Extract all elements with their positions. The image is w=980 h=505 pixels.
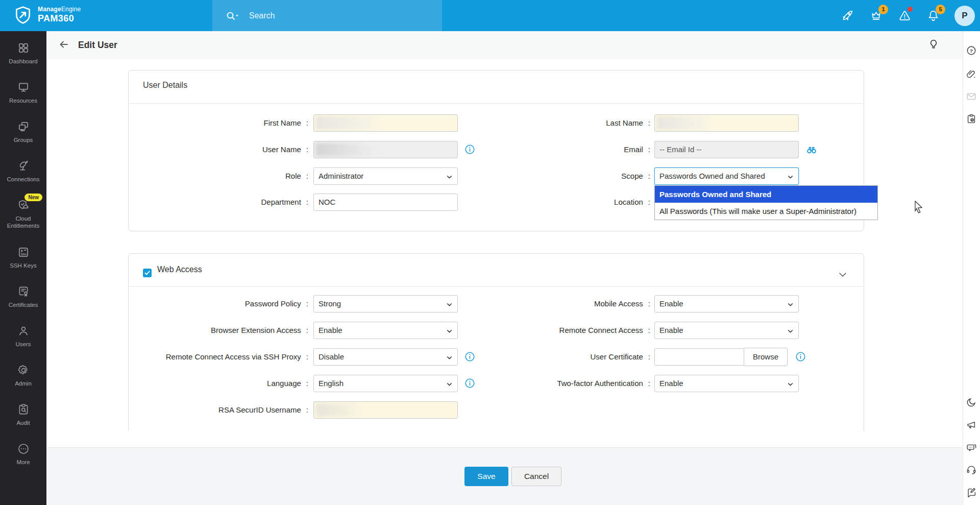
last-name-input[interactable] xyxy=(654,114,799,132)
sidebar-label: Certificates xyxy=(9,301,38,308)
user-certificate-label: User Certificate xyxy=(465,348,650,366)
notifications-badge: 5 xyxy=(936,5,945,14)
department-label: Department xyxy=(129,194,308,211)
chevron-down-icon xyxy=(787,328,794,334)
remote-connect-select[interactable]: Enable xyxy=(654,322,799,339)
binoculars-icon[interactable] xyxy=(805,143,818,156)
sidebar-item-certificates[interactable]: Certificates xyxy=(0,281,46,320)
sidebar-item-dashboard[interactable]: Dashboard xyxy=(0,37,46,77)
user-certificate-info-icon[interactable] xyxy=(795,351,807,363)
notifications-bell-icon[interactable]: 5 xyxy=(924,7,942,25)
sidebar-item-ssh-keys[interactable]: SSH SSH Keys xyxy=(0,242,46,281)
admin-gear-icon xyxy=(17,364,30,377)
sidebar-item-admin[interactable]: Admin xyxy=(0,359,46,399)
first-name-label: First Name xyxy=(129,114,308,132)
license-crown-icon[interactable]: 1 xyxy=(867,7,885,25)
cancel-button[interactable]: Cancel xyxy=(511,467,561,486)
two-factor-value: Enable xyxy=(659,379,683,388)
first-name-input[interactable] xyxy=(313,114,458,132)
redacted-value xyxy=(657,116,712,130)
light-bulb-icon[interactable] xyxy=(927,38,941,52)
sidebar-item-audit[interactable]: Audit xyxy=(0,399,46,438)
password-policy-select[interactable]: Strong xyxy=(313,295,458,312)
language-select[interactable]: English xyxy=(313,375,458,392)
user-details-card: User Details First Name Last Name User N… xyxy=(128,70,864,231)
global-search[interactable]: Search xyxy=(212,0,442,31)
password-policy-label: Password Policy xyxy=(129,295,308,312)
ssh-proxy-certificate-row: Remote Connect Access via SSH Proxy Disa… xyxy=(129,348,864,366)
new-badge: New xyxy=(24,194,42,201)
sidebar-item-more[interactable]: More xyxy=(0,438,46,477)
sidebar-item-groups[interactable]: Groups xyxy=(0,116,46,155)
check-icon xyxy=(144,270,151,276)
chevron-down-icon xyxy=(446,174,453,180)
mobile-access-select[interactable]: Enable xyxy=(654,295,799,312)
last-name-label: Last Name xyxy=(465,114,650,132)
user-name-label: User Name xyxy=(129,141,308,158)
rsa-username-row: RSA SecurID Username xyxy=(129,401,864,419)
redacted-value xyxy=(316,143,376,156)
web-access-title: Web Access xyxy=(157,265,202,274)
sidebar-item-cloud-entitlements[interactable]: New Cloud Entitlements xyxy=(0,195,46,242)
chat-icon[interactable] xyxy=(966,442,978,454)
sidebar-label: Dashboard xyxy=(9,58,37,65)
attachments-paperclip-icon[interactable] xyxy=(966,68,978,81)
audit-clipboard-icon xyxy=(17,403,30,416)
scope-option[interactable]: All Passwords (This will make user a Sup… xyxy=(655,203,877,220)
two-factor-label: Two-factor Authentication xyxy=(465,375,650,392)
ssh-proxy-value: Disable xyxy=(318,352,344,361)
scope-option-selected[interactable]: Passwords Owned and Shared xyxy=(655,186,877,203)
help-icon[interactable]: ? xyxy=(966,45,978,57)
brand-product: PAM360 xyxy=(38,13,81,24)
department-input[interactable]: NOC xyxy=(313,194,458,211)
alerts-warning-icon[interactable] xyxy=(895,7,914,25)
search-icon xyxy=(225,9,240,22)
web-access-checkbox[interactable] xyxy=(143,269,152,277)
chevron-down-icon xyxy=(787,174,794,180)
email-input[interactable]: -- Email Id -- xyxy=(654,141,799,158)
role-label: Role xyxy=(129,167,308,185)
dark-mode-moon-icon[interactable] xyxy=(966,397,978,409)
save-button[interactable]: Save xyxy=(464,467,508,486)
chevron-down-icon xyxy=(446,328,453,334)
tasks-clipboard-icon[interactable] xyxy=(966,113,978,126)
sidebar-item-users[interactable]: Users xyxy=(0,320,46,359)
topbar-action-icons: 1 5 P xyxy=(838,0,975,31)
divider xyxy=(129,286,863,286)
role-select[interactable]: Administrator xyxy=(313,167,458,185)
sidebar-item-resources[interactable]: Resources xyxy=(0,77,46,116)
rsa-username-input[interactable] xyxy=(313,401,458,419)
search-placeholder: Search xyxy=(249,11,275,20)
back-arrow-icon[interactable] xyxy=(58,38,72,53)
manageengine-pam360-logo[interactable]: ManageEngine PAM360 xyxy=(13,5,81,25)
two-factor-select[interactable]: Enable xyxy=(654,375,799,392)
groups-icon xyxy=(17,120,30,133)
user-name-input xyxy=(313,141,458,158)
language-value: English xyxy=(318,379,344,388)
redacted-value xyxy=(316,403,363,417)
chevron-down-icon xyxy=(446,301,453,308)
rocket-icon[interactable] xyxy=(838,7,856,25)
license-badge: 1 xyxy=(878,5,888,14)
svg-text:?: ? xyxy=(970,48,973,54)
browser-extension-select[interactable]: Enable xyxy=(313,322,458,339)
support-headset-icon[interactable] xyxy=(966,464,978,476)
sidebar-item-connections[interactable]: Connections xyxy=(0,155,46,195)
content-area: User Details First Name Last Name User N… xyxy=(46,59,962,447)
first-last-name-row: First Name Last Name xyxy=(129,114,864,132)
user-certificate-input[interactable] xyxy=(654,348,744,366)
scope-select[interactable]: Passwords Owned and Shared xyxy=(654,167,799,185)
feedback-note-icon[interactable] xyxy=(966,487,978,499)
sidebar-label: Users xyxy=(15,341,31,348)
mail-icon[interactable] xyxy=(966,91,978,103)
user-avatar[interactable]: P xyxy=(954,6,975,26)
browse-button[interactable]: Browse xyxy=(744,348,788,366)
connections-satellite-icon xyxy=(17,159,30,173)
collapse-chevron-icon[interactable] xyxy=(838,270,847,279)
language-twofactor-row: Language English Two-factor Authenticati… xyxy=(129,375,864,392)
right-utility-rail: ? xyxy=(963,31,980,505)
chevron-down-icon xyxy=(787,301,794,308)
location-label: Location xyxy=(465,194,650,211)
ssh-proxy-select[interactable]: Disable xyxy=(313,348,458,366)
announcements-megaphone-icon[interactable] xyxy=(966,419,978,431)
